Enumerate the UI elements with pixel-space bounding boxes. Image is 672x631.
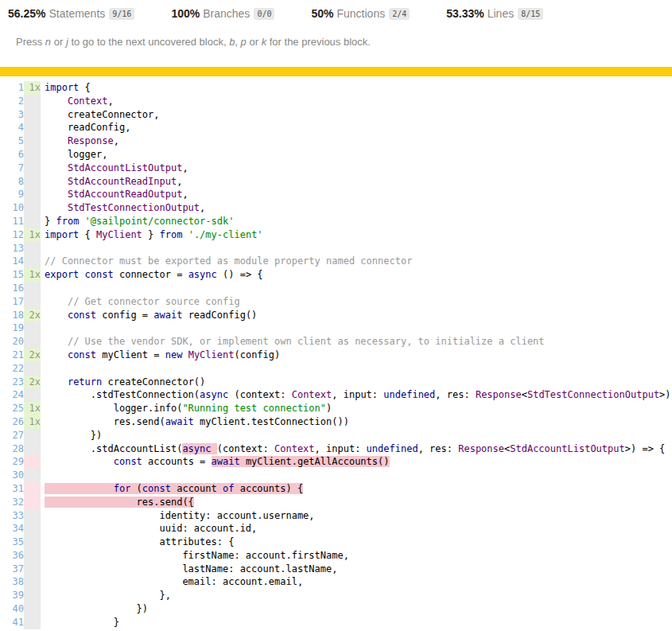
- code-row: 6 logger,: [0, 148, 672, 162]
- hint-text: Press: [16, 36, 45, 48]
- line-number[interactable]: 13: [0, 242, 24, 255]
- line-coverage-count: 1x: [24, 228, 41, 242]
- metric-label: Branches: [203, 7, 250, 20]
- line-number[interactable]: 12: [0, 228, 24, 242]
- code-row: 3 createConnector,: [0, 108, 672, 122]
- line-number[interactable]: 22: [0, 362, 24, 376]
- code-line: [41, 282, 672, 295]
- line-number[interactable]: 28: [0, 442, 24, 456]
- code-line: identity: account.username,: [41, 509, 672, 523]
- line-number[interactable]: 24: [0, 388, 24, 402]
- line-coverage-count: [24, 388, 41, 402]
- code-line: .stdAccountList(async (context: Context,…: [41, 442, 672, 456]
- line-number[interactable]: 35: [0, 536, 24, 549]
- line-number[interactable]: 1: [0, 81, 24, 95]
- line-number[interactable]: 7: [0, 162, 24, 175]
- line-coverage-count: [24, 362, 41, 376]
- code-line: StdAccountListOutput,: [41, 162, 672, 175]
- code-row: 13: [0, 242, 672, 255]
- line-coverage-count: [24, 175, 41, 189]
- line-number[interactable]: 33: [0, 509, 24, 523]
- hint-key: p: [241, 36, 247, 48]
- hint-text: or: [51, 36, 66, 48]
- line-number[interactable]: 39: [0, 589, 24, 602]
- line-number[interactable]: 8: [0, 175, 24, 189]
- line-coverage-count: [24, 509, 41, 523]
- line-number[interactable]: 38: [0, 575, 24, 589]
- line-coverage-count: [24, 201, 41, 215]
- line-number[interactable]: 18: [0, 309, 24, 322]
- code-line: }): [41, 602, 672, 616]
- metric-branches: 100%Branches0/0: [171, 6, 274, 21]
- line-coverage-count: [24, 442, 41, 456]
- code-row: 151xexport const connector = async () =>…: [0, 268, 672, 282]
- line-number[interactable]: 16: [0, 282, 24, 295]
- line-number[interactable]: 27: [0, 429, 24, 442]
- line-number[interactable]: 9: [0, 188, 24, 201]
- line-number[interactable]: 6: [0, 148, 24, 162]
- line-number[interactable]: 29: [0, 455, 24, 469]
- code-line: res.send(await myClient.testConnection()…: [41, 415, 672, 429]
- code-line: [41, 321, 672, 335]
- code-line: import {: [41, 81, 672, 95]
- line-number[interactable]: 37: [0, 563, 24, 576]
- metric-fraction: 8/15: [518, 8, 543, 20]
- metric-fraction: 9/16: [109, 8, 134, 20]
- code-row: 20 // Use the vendor SDK, or implement o…: [0, 335, 672, 349]
- line-coverage-count: 1x: [24, 415, 41, 429]
- code-line: Context,: [41, 95, 672, 108]
- code-line: const accounts = await myClient.getAllAc…: [41, 455, 672, 469]
- line-coverage-count: [24, 215, 41, 228]
- line-coverage-count: [24, 242, 41, 255]
- code-line: import { MyClient } from './my-client': [41, 228, 672, 242]
- line-coverage-count: [24, 335, 41, 349]
- code-line: .stdTestConnection(async (context: Conte…: [41, 388, 672, 402]
- code-line: for (const account of accounts) {: [41, 482, 672, 496]
- line-coverage-count: 1x: [24, 268, 41, 282]
- code-line: createConnector,: [41, 108, 672, 122]
- code-line: // Connector must be exported as module …: [41, 255, 672, 268]
- line-number[interactable]: 26: [0, 415, 24, 429]
- code-line: // Use the vendor SDK, or implement own …: [41, 335, 672, 349]
- metric-fraction: 2/4: [389, 8, 410, 20]
- coverage-status-line: [0, 67, 672, 76]
- line-number[interactable]: 30: [0, 469, 24, 482]
- line-coverage-count: [24, 616, 41, 629]
- code-row: 182x const config = await readConfig(): [0, 309, 672, 322]
- line-number[interactable]: 5: [0, 134, 24, 148]
- line-number[interactable]: 36: [0, 549, 24, 563]
- line-number[interactable]: 10: [0, 201, 24, 215]
- line-coverage-count: [24, 295, 41, 309]
- code-row: 36 firstName: account.firstName,: [0, 549, 672, 563]
- line-number[interactable]: 31: [0, 482, 24, 496]
- code-row: 5 Response,: [0, 134, 672, 148]
- line-coverage-count: [24, 522, 41, 536]
- code-row: 14// Connector must be exported as modul…: [0, 255, 672, 268]
- code-row: 24 .stdTestConnection(async (context: Co…: [0, 388, 672, 402]
- code-row: 19: [0, 321, 672, 335]
- line-coverage-count: [24, 321, 41, 335]
- line-number[interactable]: 20: [0, 335, 24, 349]
- line-number[interactable]: 19: [0, 321, 24, 335]
- line-number[interactable]: 14: [0, 255, 24, 268]
- line-number[interactable]: 23: [0, 376, 24, 389]
- hint-text: for the previous block.: [266, 36, 371, 48]
- line-number[interactable]: 25: [0, 402, 24, 415]
- line-number[interactable]: 40: [0, 602, 24, 616]
- line-number[interactable]: 34: [0, 522, 24, 536]
- line-number[interactable]: 3: [0, 108, 24, 122]
- line-number[interactable]: 41: [0, 616, 24, 629]
- line-number[interactable]: 15: [0, 268, 24, 282]
- code-line: const config = await readConfig(): [41, 309, 672, 322]
- line-number[interactable]: 17: [0, 295, 24, 309]
- line-number[interactable]: 21: [0, 349, 24, 362]
- line-number[interactable]: 4: [0, 121, 24, 134]
- line-number[interactable]: 2: [0, 95, 24, 108]
- code-row: 29 const accounts = await myClient.getAl…: [0, 455, 672, 469]
- line-number[interactable]: 32: [0, 496, 24, 509]
- metric-lines: 53.33%Lines8/15: [446, 6, 543, 21]
- metric-label: Functions: [336, 7, 385, 20]
- code-line: readConfig,: [41, 121, 672, 134]
- line-coverage-count: [24, 589, 41, 602]
- line-number[interactable]: 11: [0, 215, 24, 228]
